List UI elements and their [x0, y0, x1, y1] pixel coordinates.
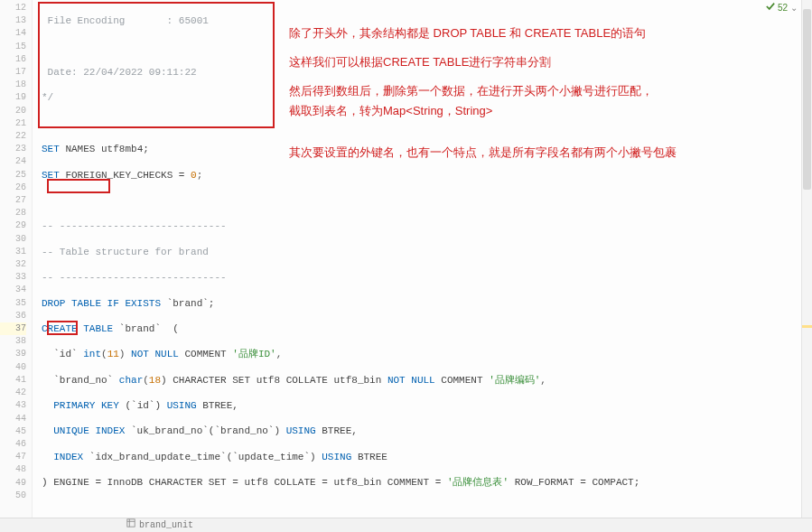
- line-number: 43: [0, 399, 26, 412]
- annotation-text: 这样我们可以根据CREATE TABLE进行字符串分割: [289, 52, 551, 72]
- line-number: 49: [0, 477, 26, 490]
- line-number: 33: [0, 271, 26, 284]
- line-number: 44: [0, 413, 26, 425]
- line-number: 23: [0, 143, 26, 155]
- annotation-text: 然后得到数组后，删除第一个数据，在进行开头两个小撇号进行匹配，: [289, 81, 653, 101]
- code-editor[interactable]: 1213141516171819202122232425262728293031…: [0, 0, 812, 532]
- code-line: PRIMARY KEY (`id`) USING BTREE,: [42, 399, 812, 412]
- code-line: DROP TABLE IF EXISTS `brand`;: [42, 297, 812, 310]
- line-number: 19: [0, 91, 26, 104]
- status-bar: brand_unit: [0, 518, 812, 532]
- line-number: 42: [0, 387, 26, 399]
- code-line: SET FOREIGN_KEY_CHECKS = 0;: [42, 169, 812, 182]
- line-number: 22: [0, 130, 26, 143]
- line-number: 39: [0, 348, 26, 360]
- code-line: -- ----------------------------: [42, 219, 812, 232]
- code-area[interactable]: File Encoding : 65001 Date: 22/04/2022 0…: [33, 0, 812, 532]
- line-number: 38: [0, 335, 26, 348]
- line-number: 16: [0, 53, 26, 66]
- scrollbar-marker: [802, 325, 812, 328]
- line-number: 46: [0, 438, 26, 451]
- code-line: -- ----------------------------: [42, 271, 812, 284]
- line-number: 13: [0, 14, 26, 27]
- code-line: CREATE TABLE `brand` (: [42, 322, 812, 335]
- line-number: 15: [0, 41, 26, 53]
- line-number: 35: [0, 297, 26, 310]
- line-number: 24: [0, 155, 26, 168]
- check-icon: [766, 2, 775, 13]
- line-number: 48: [0, 463, 26, 476]
- chevron-down-icon: ⌄: [790, 3, 798, 13]
- badge-count: 52: [778, 3, 788, 13]
- code-line: [42, 194, 812, 207]
- line-number: 29: [0, 219, 26, 232]
- line-number: 18: [0, 79, 26, 91]
- line-number: 50: [0, 490, 26, 502]
- line-number: 47: [0, 451, 26, 463]
- table-icon: [126, 518, 135, 533]
- line-number: 36: [0, 310, 26, 322]
- line-number: 25: [0, 169, 26, 182]
- line-number: 14: [0, 27, 26, 40]
- line-number: 37: [0, 322, 26, 335]
- annotation-text: 截取到表名，转为Map<String，String>: [289, 101, 492, 121]
- code-line: `id` int(11) NOT NULL COMMENT '品牌ID',: [42, 348, 812, 360]
- line-number-gutter: 1213141516171819202122232425262728293031…: [0, 0, 33, 532]
- line-number: 26: [0, 182, 26, 194]
- line-number: 28: [0, 207, 26, 219]
- code-line: ) ENGINE = InnoDB CHARACTER SET = utf8 C…: [42, 476, 812, 489]
- line-number: 27: [0, 194, 26, 207]
- line-number: 31: [0, 246, 26, 258]
- line-number: 45: [0, 425, 26, 438]
- svg-rect-0: [127, 518, 135, 526]
- line-number: 12: [0, 2, 26, 14]
- scrollbar-thumb[interactable]: [803, 9, 811, 190]
- line-number: 41: [0, 374, 26, 387]
- line-number: 17: [0, 66, 26, 79]
- code-line: [42, 502, 812, 515]
- annotation-text: 其次要设置的外键名，也有一个特点，就是所有字段名都有两个小撇号包裹: [289, 143, 677, 163]
- inspection-badge[interactable]: 52 ⌄: [766, 2, 798, 13]
- status-text: brand_unit: [139, 518, 193, 533]
- code-line: -- Table structure for brand: [42, 246, 812, 258]
- annotation-text: 除了开头外，其余结构都是 DROP TABLE 和 CREATE TABLE的语…: [289, 23, 646, 43]
- line-number: 20: [0, 105, 26, 117]
- code-line: INDEX `idx_brand_update_time`(`update_ti…: [42, 451, 812, 463]
- code-line: `brand_no` char(18) CHARACTER SET utf8 C…: [42, 374, 812, 387]
- line-number: 40: [0, 361, 26, 374]
- line-number: 30: [0, 233, 26, 246]
- code-line: UNIQUE INDEX `uk_brand_no`(`brand_no`) U…: [42, 425, 812, 437]
- vertical-scrollbar[interactable]: [801, 0, 812, 518]
- line-number: 21: [0, 117, 26, 130]
- line-number: 32: [0, 258, 26, 271]
- line-number: 34: [0, 284, 26, 296]
